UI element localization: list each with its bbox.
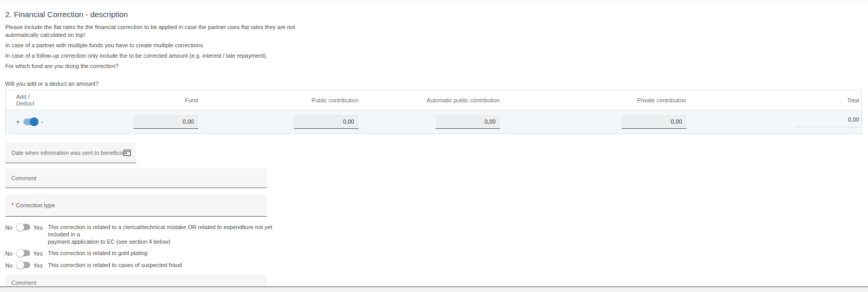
toggle-knob — [30, 117, 39, 126]
public-contribution-cell — [200, 110, 361, 134]
automatic-public-contribution-input[interactable] — [436, 115, 500, 129]
table-row: + - 0,00 — [6, 110, 862, 134]
correction-type-field[interactable]: * Correction type — [5, 194, 267, 217]
description-paragraph: In case of a follow-up correction only i… — [5, 52, 868, 60]
toggle-description: This correction is related to a clerical… — [48, 223, 277, 245]
column-header-total: Total — [688, 90, 862, 110]
add-symbol: + — [16, 118, 20, 126]
no-label: No — [5, 223, 14, 231]
fund-amount-input[interactable] — [134, 115, 198, 129]
yes-label: Yes — [33, 223, 44, 231]
toggle-knob — [16, 261, 24, 269]
description-paragraph: In case of a partner with multiple funds… — [5, 42, 868, 49]
financial-correction-section: 2. Financial Correction - description Pl… — [0, 10, 868, 292]
toggle-knob — [16, 249, 24, 257]
comment-field[interactable] — [5, 168, 267, 188]
required-marker: * — [11, 202, 14, 209]
public-contribution-input[interactable] — [294, 115, 359, 129]
no-label: No — [5, 261, 14, 269]
yes-label: Yes — [33, 261, 44, 269]
related-toggles-group: No Yes This correction is related to a c… — [5, 223, 868, 269]
top-divider-strip — [0, 0, 868, 3]
correction-amounts-table: Add / Deduct Fund Public contribution Au… — [5, 90, 862, 134]
column-header-add-deduct: Add / Deduct — [6, 90, 125, 110]
column-header-fund: Fund — [125, 90, 200, 110]
gold-plating-toggle[interactable] — [17, 250, 30, 256]
toggle-description: This correction is related to gold plati… — [48, 249, 147, 257]
toggle-description: This correction is related to cases of s… — [48, 261, 182, 269]
toggle-row-suspected-fraud: No Yes This correction is related to cas… — [5, 261, 868, 269]
clerical-mistake-toggle[interactable] — [17, 224, 30, 230]
automatic-public-contribution-cell — [361, 110, 502, 134]
private-contribution-cell — [502, 110, 688, 134]
toggle-row-clerical-mistake: No Yes This correction is related to a c… — [5, 223, 868, 245]
calendar-icon — [123, 149, 131, 156]
section-title: 2. Financial Correction - description — [5, 10, 868, 19]
no-label: No — [5, 249, 14, 257]
section-description: Please include the flat rates for the fi… — [5, 23, 868, 70]
add-deduct-cell: + - — [6, 110, 125, 134]
correction-type-label: Correction type — [16, 202, 55, 208]
suspected-fraud-toggle[interactable] — [17, 262, 30, 268]
toggle-knob — [16, 223, 24, 231]
table-header-row: Add / Deduct Fund Public contribution Au… — [6, 90, 862, 110]
private-contribution-input[interactable] — [622, 115, 686, 129]
description-paragraph: Please include the flat rates for the fi… — [5, 23, 868, 39]
deduct-symbol: - — [41, 118, 43, 126]
date-sent-to-beneficiary-input[interactable] — [11, 142, 123, 163]
fund-cell — [125, 110, 200, 134]
yes-label: Yes — [33, 249, 44, 257]
total-cell: 0,00 — [688, 110, 862, 134]
toggle-row-gold-plating: No Yes This correction is related to gol… — [5, 249, 868, 257]
total-value: 0,00 — [795, 116, 859, 127]
add-deduct-toggle[interactable] — [23, 118, 37, 125]
description-paragraph: For which fund are you doing the correct… — [5, 62, 868, 70]
add-or-deduct-question: Will you add or a deduct an amount? — [5, 81, 868, 87]
bottom-divider-strip — [0, 286, 868, 292]
column-header-private-contribution: Private contribution — [502, 90, 688, 110]
calendar-button[interactable] — [123, 149, 131, 156]
comment-input[interactable] — [11, 168, 262, 188]
column-header-public-contribution: Public contribution — [200, 90, 361, 110]
date-sent-to-beneficiary-field[interactable] — [5, 142, 136, 163]
column-header-automatic-public-contribution: Automatic public contribution — [361, 90, 502, 110]
